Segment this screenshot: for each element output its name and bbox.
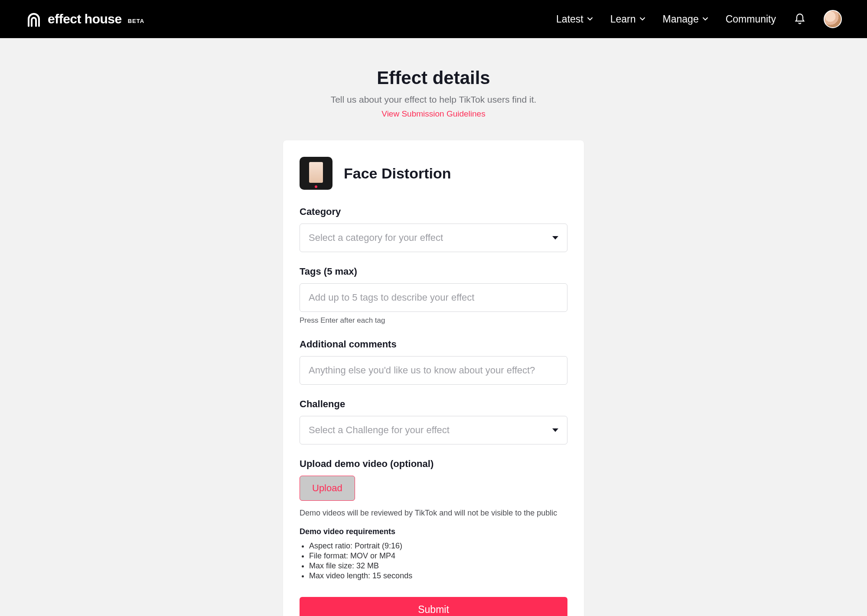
requirements-list: Aspect ratio: Portrait (9:16) File forma…	[300, 541, 567, 580]
challenge-placeholder: Select a Challenge for your effect	[309, 425, 450, 436]
nav-label: Manage	[663, 13, 699, 25]
page-header: Effect details Tell us about your effect…	[0, 38, 867, 119]
chevron-down-icon	[639, 16, 645, 22]
nav-item-manage[interactable]: Manage	[663, 13, 708, 25]
effect-house-logo-icon	[25, 10, 42, 28]
submit-button[interactable]: Submit	[300, 597, 567, 616]
top-nav: effect house BETA Latest Learn Manage Co…	[0, 0, 867, 38]
chevron-down-icon	[702, 16, 708, 22]
tags-group: Tags (5 max) Add up to 5 tags to describ…	[300, 266, 567, 325]
tags-hint: Press Enter after each tag	[300, 316, 567, 325]
page-title: Effect details	[0, 68, 867, 88]
comments-input[interactable]: Anything else you'd like us to know abou…	[300, 356, 567, 385]
requirement-item: Aspect ratio: Portrait (9:16)	[309, 541, 567, 551]
effect-name: Face Distortion	[344, 165, 451, 182]
caret-down-icon	[552, 428, 558, 432]
category-placeholder: Select a category for your effect	[309, 232, 443, 243]
brand-beta-tag: BETA	[128, 18, 144, 24]
nav-label: Community	[726, 13, 776, 25]
chevron-down-icon	[587, 16, 593, 22]
user-avatar[interactable]	[824, 10, 842, 28]
submission-guidelines-link[interactable]: View Submission Guidelines	[381, 109, 485, 119]
category-group: Category Select a category for your effe…	[300, 206, 567, 252]
comments-placeholder: Anything else you'd like us to know abou…	[309, 365, 535, 376]
category-label: Category	[300, 206, 567, 217]
requirements-title: Demo video requirements	[300, 527, 567, 536]
tags-placeholder: Add up to 5 tags to describe your effect	[309, 292, 474, 303]
upload-group: Upload demo video (optional) Upload Demo…	[300, 458, 567, 580]
caret-down-icon	[552, 236, 558, 240]
tags-input[interactable]: Add up to 5 tags to describe your effect	[300, 283, 567, 312]
requirement-item: File format: MOV or MP4	[309, 551, 567, 561]
comments-group: Additional comments Anything else you'd …	[300, 339, 567, 385]
category-select[interactable]: Select a category for your effect	[300, 224, 567, 252]
upload-note: Demo videos will be reviewed by TikTok a…	[300, 509, 567, 518]
effect-header: Face Distortion	[300, 157, 567, 190]
upload-label: Upload demo video (optional)	[300, 458, 567, 470]
nav-item-latest[interactable]: Latest	[556, 13, 593, 25]
brand[interactable]: effect house BETA	[25, 10, 144, 28]
challenge-label: Challenge	[300, 399, 567, 410]
requirement-item: Max file size: 32 MB	[309, 561, 567, 571]
nav-item-learn[interactable]: Learn	[610, 13, 645, 25]
effect-details-card: Face Distortion Category Select a catego…	[283, 140, 584, 616]
brand-name: effect house	[48, 12, 122, 26]
comments-label: Additional comments	[300, 339, 567, 350]
notification-bell-icon[interactable]	[793, 13, 806, 26]
tags-label: Tags (5 max)	[300, 266, 567, 277]
requirement-item: Max video length: 15 seconds	[309, 571, 567, 580]
nav-label: Learn	[610, 13, 636, 25]
challenge-select[interactable]: Select a Challenge for your effect	[300, 416, 567, 444]
challenge-group: Challenge Select a Challenge for your ef…	[300, 399, 567, 444]
nav-label: Latest	[556, 13, 583, 25]
nav-right: Latest Learn Manage Community	[556, 10, 842, 28]
nav-item-community[interactable]: Community	[726, 13, 776, 25]
page-subtitle: Tell us about your effect to help TikTok…	[0, 94, 867, 105]
effect-thumbnail	[300, 157, 332, 190]
upload-button[interactable]: Upload	[300, 476, 355, 501]
